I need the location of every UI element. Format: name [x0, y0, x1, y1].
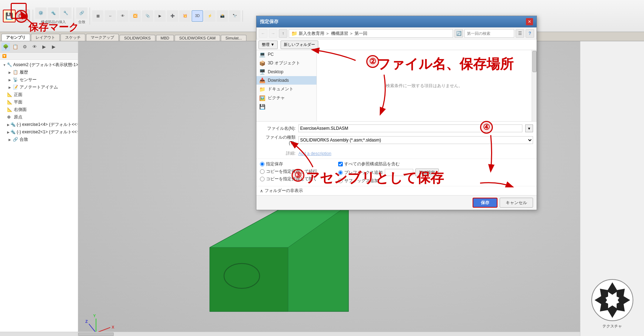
radio-save-input[interactable]	[260, 162, 265, 166]
forward-button[interactable]: →	[269, 29, 277, 38]
explode-btn[interactable]: 💥	[179, 10, 191, 22]
ref-btn[interactable]: 📎	[142, 10, 153, 22]
tab-sketch[interactable]: スケッチ	[60, 34, 85, 41]
tab-layout[interactable]: レイアウト	[31, 34, 60, 41]
sidebar-pictures[interactable]: 🖼️ ピクチャ	[256, 94, 316, 102]
sidebar-3dobjects[interactable]: 📦 3D オブジェクト	[256, 59, 316, 68]
left-panel-scrollbar[interactable]	[0, 332, 78, 336]
filetype-select[interactable]: SOLIDWORKS Assembly (*.asm;*.sldasm)	[298, 136, 533, 144]
svg-text:X: X	[112, 325, 115, 329]
save-dialog-btn[interactable]: 保存	[473, 198, 497, 208]
save-options-left: 指定保存 コピーを指定保存して続行 コピーを指定保存して開く	[260, 161, 331, 184]
radio-copy-continue-input[interactable]	[260, 169, 265, 174]
search-input[interactable]	[464, 29, 514, 38]
tree-label-assem2: Assem2 (デフォルト<表示状態-1>)	[13, 62, 78, 68]
include-ref-label: すべての参照構成部品を含む	[344, 161, 400, 167]
sidebar-extra[interactable]: 💾	[256, 102, 316, 111]
display-icon[interactable]: 👁	[30, 43, 39, 51]
tab-mbd[interactable]: MBD	[156, 35, 174, 41]
tree-item-plane[interactable]: 📐 平面	[0, 98, 78, 106]
tree-expand-ex2[interactable]: ▶	[7, 130, 10, 135]
add-desc-link[interactable]: Add a description	[298, 151, 331, 156]
part-add-btn[interactable]: ➕	[167, 10, 178, 22]
large-btn[interactable]: 🔭	[229, 10, 240, 22]
tree-item-history[interactable]: ▶ 📋 履歴	[0, 69, 78, 76]
assem-btn[interactable]: 🔀	[129, 10, 141, 22]
tree-item-mate[interactable]: ▶ 🔗 合致	[0, 136, 78, 143]
suffix-radio: サフィックス追加	[338, 178, 533, 184]
back-button[interactable]: ←	[259, 29, 267, 38]
help-btn[interactable]: ?	[526, 29, 534, 38]
sidebar-desktop[interactable]: 🖥️ Desktop	[256, 68, 316, 76]
organize-button[interactable]: 整理 ▼	[259, 41, 278, 49]
property-icon[interactable]: 📋	[11, 43, 20, 51]
radio-copy-open-label: コピーを指定保存して開く	[266, 176, 317, 182]
tree-label-annotate: アノテートアイテム	[20, 84, 58, 90]
suffix-radio-input[interactable]	[338, 178, 343, 183]
tree-item-exercise1[interactable]: ▶ 🔩 (-) exercise1<4> (デフォルト<<テ	[0, 121, 78, 128]
tab-assembly[interactable]: アセンブリ	[1, 34, 30, 41]
tree-item-assem2[interactable]: ▼ 🔧 Assem2 (デフォルト<表示状態-1>)	[0, 61, 78, 69]
tree-label-front: 正面	[14, 92, 22, 98]
sidebar-documents[interactable]: 📁 ドキュメント	[256, 85, 316, 94]
tree-expand-assem2[interactable]: ▼	[3, 63, 6, 68]
tree-item-annotate[interactable]: ▶ 📝 アノテートアイテム	[0, 84, 78, 91]
dialog-close-button[interactable]: ✕	[526, 18, 533, 25]
browser-toolbar: ← → ↑ 📁 新入生教育用 ＞ 機構講習 ＞ 第一回 🔄 ☰ ?	[256, 27, 537, 39]
checkbox-include-ref: すべての参照構成部品を含む	[338, 161, 533, 167]
mate-btn[interactable]: 🔗	[76, 7, 87, 19]
new-folder-button[interactable]: 新しいフォルダー	[281, 41, 318, 49]
prefix-input-field[interactable]	[385, 169, 413, 176]
include-ref-checkbox[interactable]	[338, 162, 343, 166]
tree-item-sensor[interactable]: ▶ 📡 センサー	[0, 76, 78, 84]
hide-btn[interactable]: 👁	[117, 10, 128, 22]
tree-expand-ex1[interactable]: ▶	[7, 122, 10, 127]
extra-icon2[interactable]: ▶	[49, 43, 58, 51]
exercise2-icon: 🔩	[10, 129, 16, 135]
tree-item-origin[interactable]: ⊕ 原点	[0, 113, 78, 121]
sidebar-pc[interactable]: 💻 PC	[256, 50, 316, 59]
instant3d-btn[interactable]: 3D	[192, 10, 203, 22]
tree-expand-sensor[interactable]: ▶	[7, 78, 12, 82]
feature-tree-icon[interactable]: 🌳	[1, 43, 10, 51]
detail-btn[interactable]: 詳細設定	[415, 169, 439, 176]
radio-save-label: 指定保存	[266, 161, 283, 167]
smart-fastener-btn[interactable]: 🔩	[48, 7, 59, 19]
snapshot-btn[interactable]: 📸	[217, 10, 228, 22]
tree-expand-history[interactable]: ▶	[7, 70, 12, 75]
insert-parts-btn[interactable]: ⚙️	[35, 7, 47, 19]
tab-solidworks-cam[interactable]: SOLIDWORKS CAM	[175, 35, 220, 41]
tab-markup[interactable]: マークアップ	[86, 34, 119, 41]
speedpak-btn[interactable]: ⚡	[204, 10, 215, 22]
radio-copy-open-input[interactable]	[260, 177, 265, 181]
tab-solidworks[interactable]: SOLIDWORKS	[119, 35, 155, 41]
scrollbar-handle[interactable]	[78, 332, 114, 336]
config-icon[interactable]: ⚙	[21, 43, 29, 51]
filename-input[interactable]	[298, 124, 522, 132]
tree-item-right[interactable]: 📐 右側面	[0, 106, 78, 113]
folder-arrow: ∧	[260, 188, 263, 193]
save-button[interactable]: 💾	[3, 10, 16, 22]
motion-btn[interactable]: ▶	[154, 10, 166, 22]
radio-copy-open: コピーを指定保存して開く	[260, 176, 331, 182]
move-btn[interactable]: ↔	[105, 10, 116, 22]
texture-preview-svg	[591, 279, 634, 321]
extra-icon[interactable]: ▶	[40, 43, 48, 51]
tree-expand-mate[interactable]: ▶	[7, 137, 12, 142]
cancel-dialog-btn[interactable]: キャンセル	[500, 198, 533, 208]
tree-expand-annotate[interactable]: ▶	[7, 85, 12, 90]
refresh-button[interactable]: 🔄	[454, 29, 463, 38]
view-btn[interactable]: ☰	[516, 29, 524, 38]
tree-item-exercise2[interactable]: ▶ 🔩 (-) exercise2<1> (デフォルト<<テ	[0, 128, 78, 136]
sidebar-downloads[interactable]: 📥 Downloads	[256, 76, 316, 85]
viewport-scrollbar[interactable]	[78, 332, 580, 336]
prefix-radio-input[interactable]	[338, 170, 343, 175]
tree-item-front[interactable]: 📐 正面	[0, 91, 78, 98]
tab-simulate[interactable]: Simulat...	[221, 35, 246, 41]
pattern-btn[interactable]: ▦	[92, 10, 103, 22]
parts-button3[interactable]: 🔧	[60, 7, 71, 19]
filename-dropdown-btn[interactable]: ▼	[525, 124, 533, 132]
quick-access-button[interactable]: ▼	[17, 10, 30, 22]
up-button[interactable]: ↑	[279, 29, 287, 38]
scrollbar-thumb[interactable]	[532, 51, 537, 72]
